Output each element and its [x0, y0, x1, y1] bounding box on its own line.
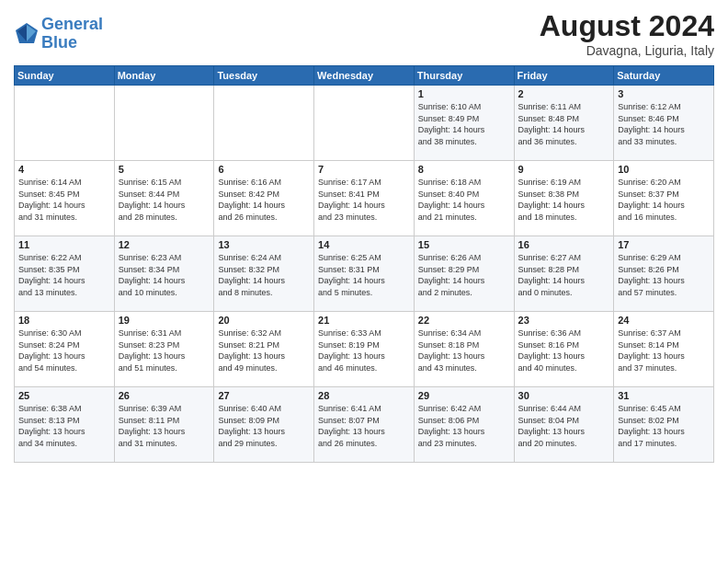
day-info: Sunrise: 6:24 AM Sunset: 8:32 PM Dayligh…: [218, 252, 310, 298]
logo-general: General: [41, 15, 103, 33]
location: Davagna, Liguria, Italy: [540, 43, 714, 58]
day-number: 17: [618, 239, 710, 250]
calendar-cell: 15Sunrise: 6:26 AM Sunset: 8:29 PM Dayli…: [414, 236, 514, 312]
day-info: Sunrise: 6:19 AM Sunset: 8:38 PM Dayligh…: [518, 177, 610, 223]
calendar-cell: 28Sunrise: 6:41 AM Sunset: 8:07 PM Dayli…: [314, 387, 415, 463]
calendar-week-row: 4Sunrise: 6:14 AM Sunset: 8:45 PM Daylig…: [15, 161, 714, 236]
day-number: 24: [618, 315, 710, 326]
day-number: 27: [218, 390, 310, 401]
day-number: 7: [318, 164, 410, 175]
day-info: Sunrise: 6:39 AM Sunset: 8:11 PM Dayligh…: [119, 403, 210, 449]
day-number: 16: [518, 239, 610, 250]
calendar-cell: 31Sunrise: 6:45 AM Sunset: 8:02 PM Dayli…: [614, 387, 714, 463]
calendar-cell: 27Sunrise: 6:40 AM Sunset: 8:09 PM Dayli…: [214, 387, 314, 463]
day-number: 21: [318, 315, 410, 326]
day-number: 23: [518, 315, 610, 326]
day-number: 14: [318, 239, 410, 250]
day-info: Sunrise: 6:29 AM Sunset: 8:26 PM Dayligh…: [618, 252, 710, 298]
calendar-cell: 6Sunrise: 6:16 AM Sunset: 8:42 PM Daylig…: [214, 161, 314, 236]
day-info: Sunrise: 6:40 AM Sunset: 8:09 PM Dayligh…: [218, 403, 310, 449]
page: General Blue August 2024 Davagna, Liguri…: [0, 0, 728, 563]
day-info: Sunrise: 6:26 AM Sunset: 8:29 PM Dayligh…: [418, 252, 510, 298]
day-info: Sunrise: 6:17 AM Sunset: 8:41 PM Dayligh…: [318, 177, 410, 223]
day-info: Sunrise: 6:38 AM Sunset: 8:13 PM Dayligh…: [18, 403, 110, 449]
calendar-cell: 16Sunrise: 6:27 AM Sunset: 8:28 PM Dayli…: [514, 236, 614, 312]
month-year: August 2024: [540, 9, 714, 43]
calendar-cell: 3Sunrise: 6:12 AM Sunset: 8:46 PM Daylig…: [614, 86, 714, 161]
calendar-cell: 20Sunrise: 6:32 AM Sunset: 8:21 PM Dayli…: [214, 312, 314, 387]
day-info: Sunrise: 6:41 AM Sunset: 8:07 PM Dayligh…: [318, 403, 410, 449]
day-number: 22: [418, 315, 510, 326]
day-number: 2: [518, 88, 610, 99]
calendar-week-row: 18Sunrise: 6:30 AM Sunset: 8:24 PM Dayli…: [15, 312, 714, 387]
day-number: 18: [18, 315, 110, 326]
day-info: Sunrise: 6:45 AM Sunset: 8:02 PM Dayligh…: [618, 403, 710, 449]
calendar-table: SundayMondayTuesdayWednesdayThursdayFrid…: [14, 65, 714, 463]
calendar-cell: 18Sunrise: 6:30 AM Sunset: 8:24 PM Dayli…: [15, 312, 115, 387]
day-info: Sunrise: 6:34 AM Sunset: 8:18 PM Dayligh…: [418, 327, 510, 373]
day-info: Sunrise: 6:37 AM Sunset: 8:14 PM Dayligh…: [618, 327, 710, 373]
logo: General Blue: [14, 16, 103, 52]
weekday-header: Friday: [514, 66, 614, 86]
calendar-cell: 8Sunrise: 6:18 AM Sunset: 8:40 PM Daylig…: [414, 161, 514, 236]
logo-blue: Blue: [41, 33, 77, 52]
day-number: 1: [418, 88, 510, 99]
weekday-header: Sunday: [15, 66, 115, 86]
calendar-week-row: 1Sunrise: 6:10 AM Sunset: 8:49 PM Daylig…: [15, 86, 714, 161]
title-block: August 2024 Davagna, Liguria, Italy: [540, 9, 714, 58]
calendar-week-row: 25Sunrise: 6:38 AM Sunset: 8:13 PM Dayli…: [15, 387, 714, 463]
weekday-header: Tuesday: [214, 66, 314, 86]
calendar-cell: [15, 86, 115, 161]
day-number: 9: [518, 164, 610, 175]
calendar-cell: 14Sunrise: 6:25 AM Sunset: 8:31 PM Dayli…: [314, 236, 415, 312]
day-number: 25: [18, 390, 110, 401]
day-number: 20: [218, 315, 310, 326]
calendar-cell: 5Sunrise: 6:15 AM Sunset: 8:44 PM Daylig…: [114, 161, 214, 236]
day-number: 5: [119, 164, 210, 175]
day-info: Sunrise: 6:14 AM Sunset: 8:45 PM Dayligh…: [18, 177, 110, 223]
day-number: 30: [518, 390, 610, 401]
logo-icon: [14, 21, 40, 47]
calendar-cell: 11Sunrise: 6:22 AM Sunset: 8:35 PM Dayli…: [15, 236, 115, 312]
day-number: 11: [18, 239, 110, 250]
day-info: Sunrise: 6:25 AM Sunset: 8:31 PM Dayligh…: [318, 252, 410, 298]
day-number: 6: [218, 164, 310, 175]
calendar-cell: 13Sunrise: 6:24 AM Sunset: 8:32 PM Dayli…: [214, 236, 314, 312]
day-info: Sunrise: 6:36 AM Sunset: 8:16 PM Dayligh…: [518, 327, 610, 373]
calendar-cell: 7Sunrise: 6:17 AM Sunset: 8:41 PM Daylig…: [314, 161, 415, 236]
weekday-header: Wednesday: [314, 66, 415, 86]
day-info: Sunrise: 6:22 AM Sunset: 8:35 PM Dayligh…: [18, 252, 110, 298]
calendar-cell: 1Sunrise: 6:10 AM Sunset: 8:49 PM Daylig…: [414, 86, 514, 161]
day-number: 31: [618, 390, 710, 401]
day-number: 28: [318, 390, 410, 401]
day-info: Sunrise: 6:23 AM Sunset: 8:34 PM Dayligh…: [119, 252, 210, 298]
calendar-cell: 21Sunrise: 6:33 AM Sunset: 8:19 PM Dayli…: [314, 312, 415, 387]
day-info: Sunrise: 6:12 AM Sunset: 8:46 PM Dayligh…: [618, 101, 710, 147]
day-info: Sunrise: 6:33 AM Sunset: 8:19 PM Dayligh…: [318, 327, 410, 373]
weekday-header: Saturday: [614, 66, 714, 86]
calendar-cell: 25Sunrise: 6:38 AM Sunset: 8:13 PM Dayli…: [15, 387, 115, 463]
calendar-cell: [114, 86, 214, 161]
header: General Blue August 2024 Davagna, Liguri…: [14, 9, 714, 58]
calendar-week-row: 11Sunrise: 6:22 AM Sunset: 8:35 PM Dayli…: [15, 236, 714, 312]
calendar-cell: [214, 86, 314, 161]
logo-text: General Blue: [41, 16, 103, 52]
calendar-cell: 2Sunrise: 6:11 AM Sunset: 8:48 PM Daylig…: [514, 86, 614, 161]
weekday-header: Thursday: [414, 66, 514, 86]
day-number: 19: [119, 315, 210, 326]
day-number: 10: [618, 164, 710, 175]
calendar-cell: [314, 86, 415, 161]
day-number: 4: [18, 164, 110, 175]
day-info: Sunrise: 6:27 AM Sunset: 8:28 PM Dayligh…: [518, 252, 610, 298]
calendar-cell: 19Sunrise: 6:31 AM Sunset: 8:23 PM Dayli…: [114, 312, 214, 387]
calendar-cell: 12Sunrise: 6:23 AM Sunset: 8:34 PM Dayli…: [114, 236, 214, 312]
day-number: 29: [418, 390, 510, 401]
calendar-cell: 23Sunrise: 6:36 AM Sunset: 8:16 PM Dayli…: [514, 312, 614, 387]
day-number: 12: [119, 239, 210, 250]
day-info: Sunrise: 6:20 AM Sunset: 8:37 PM Dayligh…: [618, 177, 710, 223]
day-info: Sunrise: 6:30 AM Sunset: 8:24 PM Dayligh…: [18, 327, 110, 373]
day-info: Sunrise: 6:16 AM Sunset: 8:42 PM Dayligh…: [218, 177, 310, 223]
day-info: Sunrise: 6:42 AM Sunset: 8:06 PM Dayligh…: [418, 403, 510, 449]
day-info: Sunrise: 6:31 AM Sunset: 8:23 PM Dayligh…: [119, 327, 210, 373]
calendar-cell: 22Sunrise: 6:34 AM Sunset: 8:18 PM Dayli…: [414, 312, 514, 387]
